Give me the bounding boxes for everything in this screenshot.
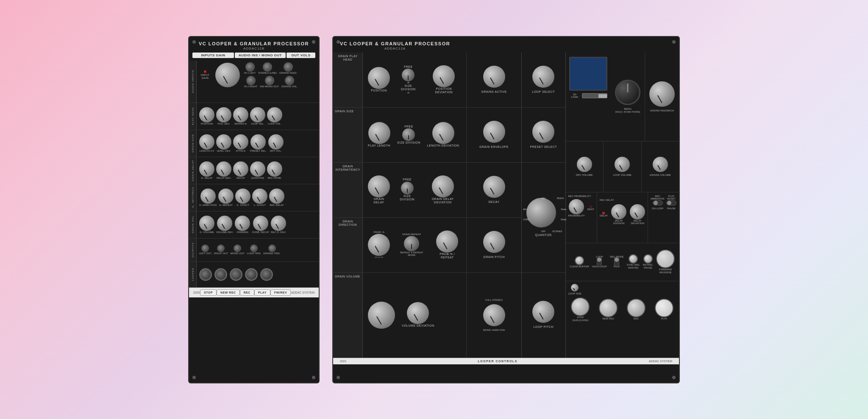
play-btn-b[interactable] bbox=[655, 299, 673, 317]
grains-active-knob[interactable] bbox=[483, 66, 505, 88]
grains-vol-jack[interactable] bbox=[285, 76, 294, 85]
ins-mono-jack[interactable] bbox=[265, 76, 274, 85]
looper-jack-1[interactable] bbox=[199, 268, 212, 281]
forward-btn[interactable] bbox=[656, 250, 675, 268]
loop-volume-knob[interactable] bbox=[615, 157, 630, 172]
g-settings-section-label: G. SETTINGS bbox=[189, 184, 197, 211]
panning-knob[interactable] bbox=[235, 216, 250, 231]
prob-repeat-knob[interactable] bbox=[436, 230, 458, 253]
loop-size-area: LOOP SIZE bbox=[568, 284, 677, 295]
delay-dev-knob[interactable] bbox=[216, 161, 231, 177]
rec-d-dev-knob[interactable] bbox=[271, 216, 286, 231]
grains-volume-knob[interactable] bbox=[653, 157, 668, 172]
menu-knob[interactable] bbox=[615, 80, 640, 105]
new-rec-btn-b[interactable] bbox=[599, 299, 618, 317]
quantize-knob-a[interactable] bbox=[250, 161, 265, 177]
delay-deviation-knob[interactable] bbox=[630, 204, 645, 219]
gs-leng-dev: LENG. DEV. bbox=[216, 134, 231, 153]
grain-pitch-knob[interactable] bbox=[483, 231, 505, 253]
full-stereo-knob[interactable] bbox=[483, 304, 505, 326]
in2-right-jack[interactable] bbox=[246, 76, 256, 85]
g-direction-knob[interactable] bbox=[200, 189, 216, 204]
loop-sel-knob[interactable] bbox=[250, 107, 265, 122]
new-rec-btn-a[interactable]: NEW REC bbox=[217, 289, 240, 296]
right-out-jack[interactable] bbox=[217, 244, 225, 252]
grains-feed-jack[interactable] bbox=[284, 62, 293, 72]
size-division-knob-1[interactable] bbox=[402, 69, 415, 81]
fwrev-btn-a[interactable]: FW/REV bbox=[270, 289, 291, 296]
mono-out-jack[interactable] bbox=[234, 244, 241, 252]
loop-trig-jack[interactable] bbox=[250, 244, 258, 252]
grains-feedback-knob[interactable] bbox=[649, 81, 675, 107]
g-1voct-knob[interactable] bbox=[235, 189, 250, 204]
vol-dev-knob[interactable] bbox=[407, 302, 429, 324]
g-volume-knob[interactable] bbox=[199, 216, 214, 231]
loop-select-knob[interactable] bbox=[532, 66, 554, 88]
in1-left-jack[interactable] bbox=[245, 62, 255, 72]
looper-jack-2[interactable] bbox=[214, 268, 227, 281]
g-delay-knob[interactable] bbox=[199, 161, 214, 177]
length-cv-knob[interactable] bbox=[199, 134, 214, 150]
size-division-knob-2[interactable] bbox=[402, 128, 415, 141]
volume-dev-knob[interactable] bbox=[217, 216, 232, 231]
stereo-line-jack[interactable] bbox=[263, 62, 272, 72]
grain-vol-main-knob[interactable] bbox=[368, 302, 395, 329]
decay-knob-b[interactable] bbox=[483, 176, 505, 198]
clear-buffer-btn[interactable] bbox=[575, 256, 584, 265]
rec-immediate-toggle[interactable] bbox=[653, 200, 663, 205]
gd-decay: DECAY bbox=[233, 161, 248, 180]
preset-select-knob[interactable] bbox=[532, 121, 554, 143]
grain-repeat-knob[interactable] bbox=[404, 236, 419, 251]
decay-knob-a[interactable] bbox=[233, 161, 248, 177]
size-division-knob-3[interactable] bbox=[401, 182, 414, 194]
quantize-knob[interactable] bbox=[526, 198, 556, 228]
attack-knob-a[interactable] bbox=[233, 134, 248, 150]
grain-delay-knob[interactable] bbox=[368, 175, 390, 197]
sd-card-slot[interactable] bbox=[582, 93, 607, 98]
retrig-btn[interactable] bbox=[643, 254, 653, 264]
grain-volume-section: GRAIN VOLUME VOLUME DEVIATION bbox=[333, 273, 521, 358]
loop-toggle[interactable] bbox=[597, 257, 602, 267]
position-deviation-knob[interactable] bbox=[433, 65, 455, 87]
looper-jack-3[interactable] bbox=[230, 268, 242, 281]
delay-division-knob[interactable] bbox=[611, 204, 626, 219]
g-repeat-knob[interactable] bbox=[218, 189, 234, 204]
pos-dev-knob[interactable] bbox=[216, 107, 231, 122]
grains-n-knob[interactable] bbox=[233, 107, 248, 122]
looper-jack-4[interactable] bbox=[245, 268, 258, 281]
sync-rec-btn[interactable] bbox=[629, 254, 638, 264]
play-length-knob[interactable] bbox=[368, 122, 390, 144]
prob-pct-knob[interactable] bbox=[368, 234, 390, 256]
position-knob[interactable] bbox=[199, 107, 214, 122]
l-1voct-knob[interactable] bbox=[252, 189, 267, 204]
looper-jack-5[interactable] bbox=[260, 268, 273, 281]
preset-sel-knob-a[interactable] bbox=[250, 134, 266, 150]
play-btn-a[interactable]: PLAY bbox=[254, 289, 270, 296]
quant-label-chro: CHRO bbox=[523, 218, 529, 221]
grain-envelope-knob[interactable] bbox=[483, 121, 505, 143]
grains-trig-jack[interactable] bbox=[268, 244, 276, 252]
position-knob-b[interactable] bbox=[368, 67, 390, 89]
rec-btn-b[interactable] bbox=[627, 299, 645, 317]
clear-buffer-section: CLEAR BUFFER LOOP HOLD LOOP REC MODE PLA… bbox=[566, 243, 679, 281]
loop-size-knob[interactable] bbox=[571, 284, 579, 291]
rec-prob-knob-b[interactable] bbox=[569, 199, 584, 214]
stop-btn-a[interactable]: STOP bbox=[200, 289, 217, 296]
rec-delay-knob-a[interactable] bbox=[269, 189, 284, 204]
rec-btn-a[interactable]: REC bbox=[240, 289, 254, 296]
ovdb-decay-knob[interactable] bbox=[253, 216, 268, 231]
rec-prob-knob-a[interactable] bbox=[267, 161, 282, 177]
left-out-jack[interactable] bbox=[201, 244, 209, 252]
stop-btn-b[interactable] bbox=[571, 297, 590, 316]
dry-vol-knob-a[interactable] bbox=[268, 134, 284, 150]
leng-dev-knob[interactable] bbox=[216, 134, 231, 150]
play-reset-toggle[interactable] bbox=[666, 200, 676, 205]
loop-vol-knob[interactable] bbox=[267, 107, 282, 122]
input-gain-knob[interactable] bbox=[215, 63, 240, 87]
rec-mode-toggle[interactable] bbox=[614, 257, 619, 267]
grain-delay-a-content: G. DELAY DELAY DEV. DECAY QUANTIZE REC P… bbox=[197, 157, 319, 184]
loop-pitch-knob[interactable] bbox=[532, 301, 554, 323]
grain-delay-dev-knob[interactable] bbox=[432, 175, 454, 197]
dry-volume-knob[interactable] bbox=[577, 157, 592, 172]
length-deviation-knob[interactable] bbox=[432, 122, 454, 144]
